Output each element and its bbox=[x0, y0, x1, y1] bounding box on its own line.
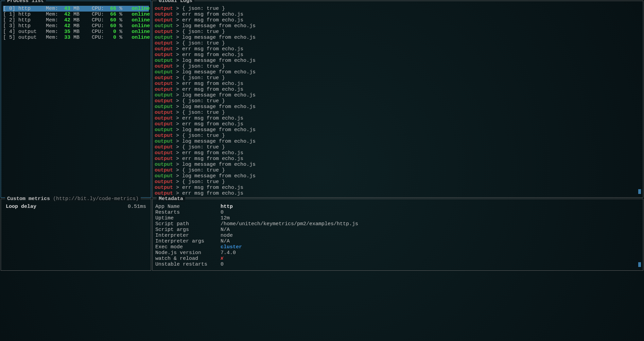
process-row[interactable]: [ 3] http Mem: 42 MB CPU: 60 % online bbox=[3, 23, 149, 29]
log-message: { json: true } bbox=[182, 64, 225, 69]
process-row[interactable]: [ 2] http Mem: 42 MB CPU: 60 % online bbox=[3, 17, 149, 23]
log-source: output bbox=[155, 35, 173, 40]
metadata-value: node bbox=[221, 233, 233, 238]
cpu-pct: % bbox=[116, 29, 122, 35]
metadata-value: 12m bbox=[221, 215, 230, 221]
log-row: output > log message from echo.js bbox=[155, 35, 641, 40]
log-arrow: > bbox=[173, 167, 182, 173]
log-source: output bbox=[155, 52, 173, 58]
log-row: output > log message from echo.js bbox=[155, 104, 641, 110]
log-row: output > log message from echo.js bbox=[155, 162, 641, 167]
log-arrow: > bbox=[173, 115, 182, 121]
log-message: log message from echo.js bbox=[182, 104, 256, 110]
log-arrow: > bbox=[173, 133, 182, 139]
cpu-value: 0 bbox=[107, 35, 116, 40]
metadata-row: Interpreternode bbox=[155, 233, 641, 238]
log-arrow: > bbox=[173, 69, 182, 75]
process-list[interactable]: [ 0] http Mem: 43 MB CPU: 66 % online[ 1… bbox=[3, 6, 149, 40]
process-row[interactable]: [ 0] http Mem: 43 MB CPU: 66 % online bbox=[3, 6, 149, 12]
mem-unit: MB bbox=[70, 35, 80, 40]
cpu-label: CPU: bbox=[80, 12, 107, 17]
log-source: output bbox=[155, 139, 173, 144]
metadata-key: watch & reload bbox=[155, 256, 221, 262]
log-arrow: > bbox=[173, 179, 182, 185]
metadata-value: N/A bbox=[221, 238, 230, 244]
log-message: log message from echo.js bbox=[182, 92, 256, 98]
log-message: { json: true } bbox=[182, 110, 225, 115]
process-name: http bbox=[18, 17, 40, 23]
process-name: http bbox=[18, 23, 40, 29]
log-source: output bbox=[155, 156, 173, 162]
mem-value: 35 bbox=[61, 29, 70, 35]
log-row: output > { json: true } bbox=[155, 29, 641, 35]
log-message: { json: true } bbox=[182, 144, 225, 150]
log-source: output bbox=[155, 104, 173, 110]
process-status: online bbox=[122, 35, 150, 40]
metadata-row: Script path/home/unitech/keymetrics/pm2/… bbox=[155, 221, 641, 227]
cpu-pct: % bbox=[116, 6, 122, 12]
metadata-row: Unstable restarts0 bbox=[155, 262, 641, 267]
log-row: output > err msg from echo.js bbox=[155, 81, 641, 87]
log-arrow: > bbox=[173, 191, 182, 196]
log-source: output bbox=[155, 12, 173, 17]
log-message: err msg from echo.js bbox=[182, 52, 243, 58]
metric-row: Loop delay0.51ms bbox=[3, 204, 149, 210]
log-row: output > log message from echo.js bbox=[155, 58, 641, 64]
log-row: output > err msg from echo.js bbox=[155, 17, 641, 23]
log-source: output bbox=[155, 81, 173, 87]
log-message: log message from echo.js bbox=[182, 23, 256, 29]
log-message: err msg from echo.js bbox=[182, 185, 243, 191]
global-logs-title: Global Logs bbox=[157, 0, 194, 4]
log-source: output bbox=[155, 6, 173, 12]
metadata-key: Script path bbox=[155, 221, 221, 227]
log-arrow: > bbox=[173, 98, 182, 104]
mem-value: 42 bbox=[61, 12, 70, 17]
log-source: output bbox=[155, 133, 173, 139]
process-row[interactable]: [ 5] output Mem: 33 MB CPU: 0 % online bbox=[3, 35, 149, 40]
metadata[interactable]: App NamehttpRestarts0Uptime12mScript pat… bbox=[155, 204, 641, 267]
mem-label: Mem: bbox=[40, 23, 61, 29]
process-row[interactable]: [ 1] http Mem: 42 MB CPU: 66 % online bbox=[3, 12, 149, 17]
cpu-value: 66 bbox=[107, 6, 116, 12]
metadata-value: http bbox=[221, 204, 233, 210]
mem-label: Mem: bbox=[40, 29, 61, 35]
log-row: output > log message from echo.js bbox=[155, 92, 641, 98]
metadata-row: Uptime12m bbox=[155, 215, 641, 221]
log-message: { json: true } bbox=[182, 133, 225, 139]
log-message: err msg from echo.js bbox=[182, 156, 243, 162]
process-list-panel: Process list [ 0] http Mem: 43 MB CPU: 6… bbox=[1, 1, 151, 198]
metadata-value: 0 bbox=[221, 210, 224, 215]
metadata-key: Interpreter args bbox=[155, 238, 221, 244]
mem-unit: MB bbox=[70, 6, 80, 12]
metadata-row: Exec modecluster bbox=[155, 244, 641, 250]
log-arrow: > bbox=[173, 12, 182, 17]
global-logs[interactable]: output > { json: true }output > err msg … bbox=[155, 6, 641, 196]
log-arrow: > bbox=[173, 64, 182, 69]
log-arrow: > bbox=[173, 58, 182, 64]
log-source: output bbox=[155, 150, 173, 156]
log-message: err msg from echo.js bbox=[182, 87, 243, 92]
log-source: output bbox=[155, 127, 173, 133]
log-arrow: > bbox=[173, 75, 182, 81]
log-message: { json: true } bbox=[182, 75, 225, 81]
metadata-key: Restarts bbox=[155, 210, 221, 215]
process-index: [ 4] bbox=[3, 29, 18, 35]
log-row: output > err msg from echo.js bbox=[155, 87, 641, 92]
log-row: output > { json: true } bbox=[155, 179, 641, 185]
cpu-label: CPU: bbox=[80, 17, 107, 23]
log-arrow: > bbox=[173, 150, 182, 156]
log-row: output > err msg from echo.js bbox=[155, 191, 641, 196]
log-row: output > err msg from echo.js bbox=[155, 150, 641, 156]
process-row[interactable]: [ 4] output Mem: 35 MB CPU: 0 % online bbox=[3, 29, 149, 35]
process-index: [ 1] bbox=[3, 12, 18, 17]
process-name: output bbox=[18, 35, 40, 40]
process-status: online bbox=[122, 17, 150, 23]
log-arrow: > bbox=[173, 6, 182, 12]
log-message: { json: true } bbox=[182, 6, 225, 12]
log-arrow: > bbox=[173, 185, 182, 191]
log-arrow: > bbox=[173, 127, 182, 133]
metadata-key: Node.js version bbox=[155, 250, 221, 256]
metadata-key: Unstable restarts bbox=[155, 262, 221, 267]
log-source: output bbox=[155, 144, 173, 150]
mem-label: Mem: bbox=[40, 17, 61, 23]
